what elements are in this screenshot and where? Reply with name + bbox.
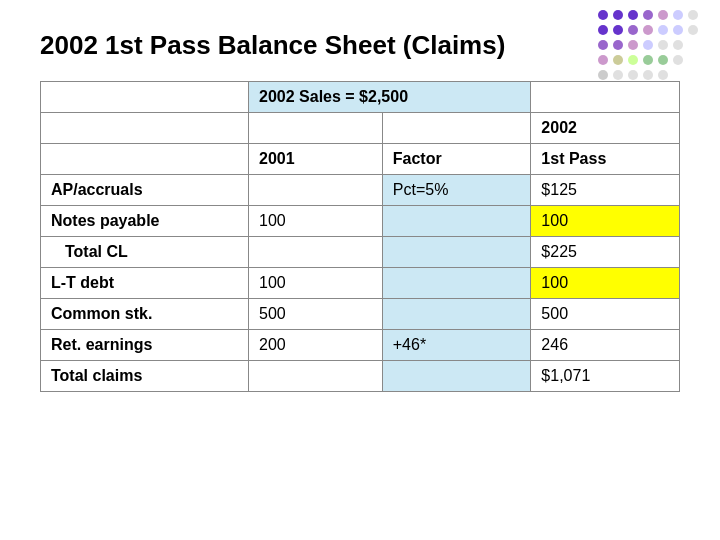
row-first-pass: $225 bbox=[531, 237, 680, 268]
row-val-2001: 100 bbox=[249, 268, 383, 299]
dot bbox=[643, 10, 653, 20]
row-val-2001 bbox=[249, 175, 383, 206]
row-label: Common stk. bbox=[41, 299, 249, 330]
dot bbox=[658, 25, 668, 35]
row-first-pass: $125 bbox=[531, 175, 680, 206]
dot bbox=[673, 55, 683, 65]
dot bbox=[598, 55, 608, 65]
row-first-pass: 246 bbox=[531, 330, 680, 361]
row-label: AP/accruals bbox=[41, 175, 249, 206]
year-2002-label: 2002 bbox=[531, 113, 680, 144]
row-first-pass: 100 bbox=[531, 206, 680, 237]
empty-cell bbox=[531, 82, 680, 113]
row-label: L-T debt bbox=[41, 268, 249, 299]
row-first-pass: 100 bbox=[531, 268, 680, 299]
dot bbox=[643, 25, 653, 35]
empty-cell bbox=[41, 82, 249, 113]
dot bbox=[688, 25, 698, 35]
row-val-2001: 100 bbox=[249, 206, 383, 237]
dot bbox=[688, 70, 698, 80]
row-factor bbox=[382, 361, 531, 392]
row-val-2001: 500 bbox=[249, 299, 383, 330]
row-factor bbox=[382, 299, 531, 330]
dot bbox=[598, 10, 608, 20]
dot bbox=[598, 70, 608, 80]
row-label: Total claims bbox=[41, 361, 249, 392]
row-val-2001: 200 bbox=[249, 330, 383, 361]
balance-sheet-table: 2002 Sales = $2,500 2002 2001 Factor 1st… bbox=[40, 81, 680, 392]
empty-cell bbox=[249, 113, 383, 144]
table-row: Total CL$225 bbox=[41, 237, 680, 268]
row-val-2001 bbox=[249, 237, 383, 268]
row-label: Notes payable bbox=[41, 206, 249, 237]
dot bbox=[658, 55, 668, 65]
header-year-row: 2002 bbox=[41, 113, 680, 144]
table-row: Common stk.500500 bbox=[41, 299, 680, 330]
page-container: 2002 1st Pass Balance Sheet (Claims) 200… bbox=[0, 0, 720, 540]
dot bbox=[628, 70, 638, 80]
row-factor: Pct=5% bbox=[382, 175, 531, 206]
dot bbox=[628, 25, 638, 35]
dot bbox=[628, 10, 638, 20]
dot bbox=[643, 55, 653, 65]
dot bbox=[688, 55, 698, 65]
sales-label: 2002 Sales = $2,500 bbox=[249, 82, 531, 113]
table-row: Total claims$1,071 bbox=[41, 361, 680, 392]
dot bbox=[613, 70, 623, 80]
row-first-pass: 500 bbox=[531, 299, 680, 330]
dot bbox=[658, 70, 668, 80]
dot-grid-decoration bbox=[598, 10, 700, 82]
table-row: Notes payable100100 bbox=[41, 206, 680, 237]
table-row: L-T debt100100 bbox=[41, 268, 680, 299]
dot bbox=[688, 10, 698, 20]
dot bbox=[598, 40, 608, 50]
page-title: 2002 1st Pass Balance Sheet (Claims) bbox=[40, 30, 680, 61]
dot bbox=[613, 10, 623, 20]
empty-cell bbox=[41, 113, 249, 144]
table-row: AP/accrualsPct=5%$125 bbox=[41, 175, 680, 206]
row-first-pass: $1,071 bbox=[531, 361, 680, 392]
row-factor bbox=[382, 237, 531, 268]
dot bbox=[673, 70, 683, 80]
empty-header-cell bbox=[41, 144, 249, 175]
row-factor bbox=[382, 206, 531, 237]
row-val-2001 bbox=[249, 361, 383, 392]
row-label: Total CL bbox=[41, 237, 249, 268]
col-header-first-pass: 1st Pass bbox=[531, 144, 680, 175]
dot bbox=[613, 40, 623, 50]
dot bbox=[658, 10, 668, 20]
dot bbox=[598, 25, 608, 35]
dot bbox=[628, 55, 638, 65]
dot bbox=[628, 40, 638, 50]
row-factor: +46* bbox=[382, 330, 531, 361]
col-header-2001: 2001 bbox=[249, 144, 383, 175]
row-label: Ret. earnings bbox=[41, 330, 249, 361]
dot bbox=[673, 40, 683, 50]
header-sales-row: 2002 Sales = $2,500 bbox=[41, 82, 680, 113]
dot bbox=[673, 10, 683, 20]
empty-cell bbox=[382, 113, 531, 144]
dot bbox=[613, 55, 623, 65]
dot bbox=[658, 40, 668, 50]
dot bbox=[688, 40, 698, 50]
table-row: Ret. earnings200+46*246 bbox=[41, 330, 680, 361]
dot bbox=[613, 25, 623, 35]
dot bbox=[673, 25, 683, 35]
dot bbox=[643, 70, 653, 80]
col-header-factor: Factor bbox=[382, 144, 531, 175]
column-headers-row: 2001 Factor 1st Pass bbox=[41, 144, 680, 175]
row-factor bbox=[382, 268, 531, 299]
dot bbox=[643, 40, 653, 50]
